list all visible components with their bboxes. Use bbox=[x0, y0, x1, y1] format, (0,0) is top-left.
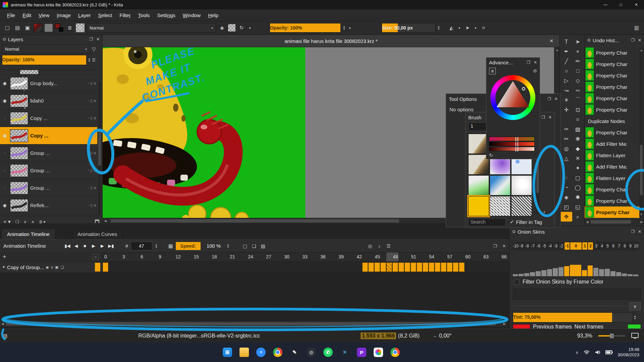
reload-preset-icon[interactable]: ↻ bbox=[237, 24, 246, 32]
undo-history-item[interactable]: Property Char bbox=[585, 47, 640, 58]
undo-history-item[interactable]: Property Char bbox=[585, 127, 640, 138]
layer-flag-icon[interactable]: α bbox=[94, 186, 96, 190]
current-frame-input[interactable]: 47 bbox=[131, 242, 152, 250]
mirror-h-arrow[interactable]: ▾ bbox=[474, 24, 478, 32]
shade-strip-2[interactable] bbox=[489, 142, 535, 146]
size-spinner[interactable]: ▲▼ bbox=[437, 25, 440, 30]
tool-rectangle-icon[interactable]: □ bbox=[572, 66, 584, 76]
taskbar-pen-app[interactable]: ✎ bbox=[290, 348, 299, 357]
float-icon[interactable]: ❐ bbox=[527, 60, 530, 65]
keyframe-cell[interactable] bbox=[447, 262, 452, 272]
taskbar-chrome[interactable] bbox=[273, 348, 282, 357]
brush-preset-soft-smudge[interactable] bbox=[511, 175, 532, 195]
close-icon[interactable]: ✕ bbox=[534, 60, 537, 65]
tool-polyline-icon[interactable]: ▷ bbox=[561, 76, 572, 85]
onion-offset-7[interactable]: 7 bbox=[616, 242, 622, 250]
taskbar-chrome-2[interactable] bbox=[390, 348, 400, 357]
size-slider[interactable]: Size: 50,00 px bbox=[382, 23, 435, 33]
visibility-eye-icon[interactable]: ◌ bbox=[1, 168, 8, 173]
menu-file[interactable]: File bbox=[3, 12, 19, 18]
tool-assistants-icon[interactable]: △ bbox=[561, 154, 572, 163]
onion-opacity-bar[interactable] bbox=[616, 272, 621, 276]
fg-bg-colors[interactable] bbox=[55, 23, 64, 32]
layers-panel-header[interactable]: ⊙ Layers ❐✕ bbox=[0, 35, 102, 44]
volume-icon[interactable] bbox=[595, 350, 601, 355]
layer-flag-icon[interactable]: α bbox=[94, 81, 96, 85]
opacity-spinner[interactable]: ▲▼ bbox=[343, 25, 345, 30]
shade-strip-3[interactable] bbox=[489, 147, 535, 151]
visibility-eye-icon[interactable]: ◉ bbox=[1, 81, 8, 86]
taskbar-dark-app[interactable]: ◍ bbox=[307, 348, 316, 357]
layer-filter-icon[interactable]: ▽ bbox=[92, 47, 96, 52]
tool-transform-icon[interactable]: ⊡ bbox=[572, 105, 584, 115]
onion-opacity-bar[interactable] bbox=[605, 269, 610, 276]
brush-preset-sketch-chaos[interactable] bbox=[490, 196, 511, 216]
selector-settings-icon[interactable]: ≣ bbox=[489, 68, 496, 74]
undo-history-item[interactable]: Property Char bbox=[585, 104, 640, 115]
layer-flag-icon[interactable]: α bbox=[94, 116, 96, 120]
keyframe-cell[interactable] bbox=[417, 262, 422, 272]
onion-offset-6[interactable]: 6 bbox=[610, 242, 616, 250]
brush-preset-texture-screen[interactable] bbox=[511, 196, 532, 216]
undo-history-item[interactable]: Property Char bbox=[585, 206, 640, 218]
expand-chevron-button[interactable]: ∨ bbox=[629, 302, 641, 310]
undo-history-item[interactable]: Flatten Layer bbox=[585, 149, 640, 161]
taskbar-krita[interactable] bbox=[374, 348, 383, 357]
previous-frame-button[interactable]: ◀ bbox=[72, 243, 80, 248]
tool-smart-patch-icon[interactable]: ◆ bbox=[572, 144, 584, 154]
onion-offset--8[interactable]: -8 bbox=[524, 242, 530, 250]
preserve-alpha-icon[interactable] bbox=[228, 24, 235, 32]
keyframe-cell[interactable] bbox=[441, 262, 446, 272]
keyframe-cell[interactable] bbox=[435, 262, 440, 272]
timeline-track[interactable]: ✦ Copy of Group... ◉α▣❏ bbox=[0, 261, 509, 272]
frame-actions-icon[interactable]: ▦ bbox=[168, 243, 173, 248]
advanced-selector-header[interactable]: Advance... ❐✕ bbox=[486, 58, 540, 67]
layer-row[interactable]: ◌Copy ...◦▯α bbox=[0, 110, 97, 127]
shade-strip-1[interactable] bbox=[489, 137, 535, 141]
onion-opacity-bar[interactable] bbox=[582, 270, 587, 276]
menu-help[interactable]: Help bbox=[204, 12, 222, 18]
layer-flag-icon[interactable]: ◦ bbox=[88, 81, 89, 85]
mirror-horizontal-icon[interactable]: ➤ bbox=[464, 24, 472, 32]
menu-image[interactable]: Image bbox=[53, 12, 74, 18]
tool-color-sampler-icon[interactable]: ✑ bbox=[561, 124, 572, 134]
float-icon[interactable]: ❐ bbox=[541, 115, 545, 120]
pin-icon[interactable]: ✦ bbox=[2, 265, 5, 269]
keyframe-cell[interactable] bbox=[429, 262, 434, 272]
layer-row[interactable]: ◌Group ...◦▯α bbox=[0, 144, 97, 162]
workspace-list-icon[interactable]: ≣ bbox=[66, 24, 74, 32]
float-icon[interactable]: ❐ bbox=[89, 37, 93, 42]
taskbar-clock[interactable]: 19:48 30/08/2023 bbox=[618, 347, 639, 358]
taskbar-start[interactable]: ⊞ bbox=[223, 348, 232, 357]
skip-to-end-button[interactable]: ▶▮ bbox=[107, 243, 115, 248]
keyframe-cell[interactable] bbox=[374, 262, 380, 272]
add-track-button[interactable]: + bbox=[3, 253, 6, 260]
onion-opacity-bar[interactable] bbox=[541, 270, 546, 276]
menu-settings[interactable]: Settings bbox=[154, 12, 179, 18]
menu-layer[interactable]: Layer bbox=[74, 12, 95, 18]
visibility-eye-icon[interactable]: ◌ bbox=[1, 150, 8, 156]
keyframe-cell[interactable] bbox=[398, 262, 404, 272]
track-label[interactable]: ✦ Copy of Group... ◉α▣❏ bbox=[0, 262, 103, 273]
mirror-v-arrow[interactable]: ▾ bbox=[458, 24, 462, 32]
onion-offset-0[interactable]: 0 bbox=[570, 242, 582, 250]
visibility-eye-icon[interactable]: ◉ bbox=[1, 203, 8, 208]
zoom-fit-icon[interactable]: ⇔ bbox=[92, 254, 99, 259]
layer-flag-icon[interactable]: ◦ bbox=[88, 116, 89, 120]
tool-curve-brush-icon[interactable]: ⌒ bbox=[572, 95, 584, 105]
tool-multibrush-icon[interactable]: ✳ bbox=[561, 95, 572, 105]
speed-value[interactable]: 100 % bbox=[203, 242, 224, 250]
onion-offset--7[interactable]: -7 bbox=[530, 242, 536, 250]
keyframe-cell[interactable] bbox=[103, 262, 108, 272]
undo-scrollbar[interactable]: ▲ ▼ bbox=[639, 48, 643, 217]
onion-opacity-bar[interactable] bbox=[633, 275, 638, 276]
keyframe-cell[interactable] bbox=[423, 262, 428, 272]
onion-opacity-bar[interactable] bbox=[524, 273, 529, 276]
onion-offset-2[interactable]: 2 bbox=[588, 242, 593, 250]
onion-opacity-bar[interactable] bbox=[519, 274, 524, 276]
layer-flag-icon[interactable]: ▯ bbox=[91, 168, 93, 173]
onion-opacity-bar[interactable] bbox=[610, 271, 615, 276]
track-frames[interactable] bbox=[103, 262, 509, 273]
keyframe-cell[interactable] bbox=[405, 262, 410, 272]
taskbar-x-app[interactable]: ✕ bbox=[340, 348, 350, 357]
